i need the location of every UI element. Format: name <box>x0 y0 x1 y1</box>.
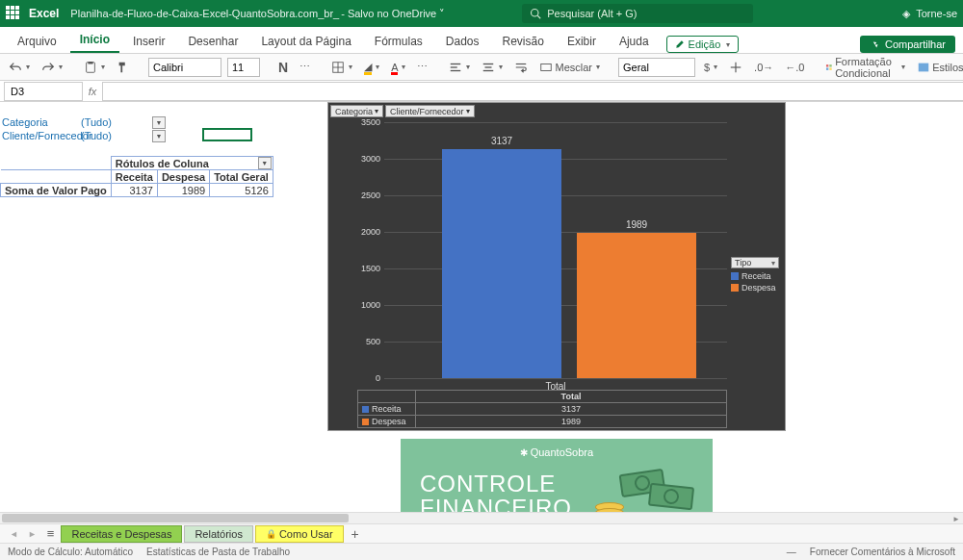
styles-button[interactable]: Estilos▾ <box>914 59 963 76</box>
pivot-column: Despesa <box>157 170 209 184</box>
chart-legend: Tipo▾ ReceitaDespesa <box>731 257 779 294</box>
font-name-select[interactable] <box>148 58 221 77</box>
active-cell-selection[interactable] <box>202 128 252 141</box>
svg-point-0 <box>532 10 539 17</box>
svg-rect-21 <box>919 63 929 71</box>
chart-filter-button[interactable]: Categoria▾ <box>330 105 383 117</box>
chart-data-table: TotalReceita3137Despesa1989 <box>357 390 727 428</box>
paste-button[interactable]: ▾ <box>81 59 108 76</box>
name-box[interactable] <box>4 82 83 101</box>
borders-button[interactable]: ▾ <box>328 59 355 76</box>
pencil-icon <box>675 39 685 49</box>
svg-rect-17 <box>826 64 828 66</box>
chart-filter-button[interactable]: Cliente/Fornecedor▾ <box>385 105 475 117</box>
tab-formulas[interactable]: Fórmulas <box>365 30 432 53</box>
tab-arquivo[interactable]: Arquivo <box>8 30 66 53</box>
editing-mode-button[interactable]: Edição▾ <box>666 36 740 53</box>
formula-bar[interactable] <box>102 82 963 101</box>
worksheet-area[interactable]: Categoria (Tudo) ▼ Cliente/Fornecedor (T… <box>0 102 963 516</box>
title-bar: Excel Planilha-de-Fluxo-de-Caixa-Excel-Q… <box>0 0 963 27</box>
redo-button[interactable]: ▾ <box>39 59 65 76</box>
currency-button[interactable]: $▾ <box>701 60 720 75</box>
chart-legend-title-button[interactable]: Tipo▾ <box>731 257 779 268</box>
premium-icon[interactable]: ◈ <box>902 8 910 20</box>
tab-desenhar[interactable]: Desenhar <box>178 30 247 53</box>
tab-ajuda[interactable]: Ajuda <box>610 30 659 53</box>
wrap-text-button[interactable] <box>511 59 531 76</box>
fx-icon[interactable]: fx <box>83 86 102 97</box>
ribbon-tabs: Arquivo Início Inserir Desenhar Layout d… <box>0 27 963 54</box>
search-input[interactable]: Pesquisar (Alt + G) <box>522 4 753 23</box>
account-link[interactable]: Torne-se <box>916 8 957 19</box>
svg-line-1 <box>538 15 541 18</box>
conditional-formatting-button[interactable]: Formatação Condicional▾ <box>822 54 908 81</box>
pivot-row-label: Soma de Valor Pago <box>1 184 112 197</box>
promo-banner: QuantoSobra CONTROLE FINANCEIRO <box>401 439 713 516</box>
pivot-column: Receita <box>111 170 157 184</box>
tab-inserir[interactable]: Inserir <box>123 30 174 53</box>
svg-rect-18 <box>830 64 832 66</box>
filter-dropdown-icon[interactable]: ▼ <box>152 130 166 142</box>
sheet-tab[interactable]: 🔒Como Usar <box>255 525 344 543</box>
sheet-nav-next[interactable]: ► <box>24 529 40 539</box>
calc-mode-label[interactable]: Modo de Cálculo: Automático <box>8 547 133 557</box>
align-center-button[interactable]: ▾ <box>479 59 506 76</box>
more-font-button[interactable]: ⋯ <box>297 59 313 75</box>
pivot-filter-label: Cliente/Fornecedor <box>0 130 81 141</box>
more-font2-button[interactable]: ⋯ <box>414 59 430 75</box>
pivot-filter-label: Categoria <box>0 116 81 128</box>
format-painter-button[interactable] <box>114 59 133 76</box>
document-name[interactable]: Planilha-de-Fluxo-de-Caixa-Excel-QuantoS… <box>70 8 339 19</box>
feedback-link[interactable]: Fornecer Comentários à Microsoft <box>810 547 955 557</box>
font-size-select[interactable] <box>227 58 260 77</box>
decimal-dec-button[interactable]: ←.0 <box>782 60 807 75</box>
tab-inicio[interactable]: Início <box>70 28 119 53</box>
share-button[interactable]: Compartilhar <box>860 36 955 53</box>
legend-item: Despesa <box>731 283 779 293</box>
pivot-filter-value: (Tudo) <box>81 116 152 128</box>
number-format-select[interactable] <box>618 58 695 77</box>
font-color-button[interactable]: A▾ <box>388 60 408 75</box>
workbook-stats-label[interactable]: Estatísticas de Pasta de Trabalho <box>146 547 290 557</box>
undo-button[interactable]: ▾ <box>6 59 33 76</box>
chart-bar[interactable]: 1989 <box>577 233 696 378</box>
tab-layout[interactable]: Layout da Página <box>251 30 360 53</box>
filter-dropdown-icon[interactable]: ▼ <box>152 116 166 129</box>
pivot-col-header: Rótulos de Coluna <box>116 158 209 169</box>
add-sheet-button[interactable]: + <box>346 524 365 544</box>
scrollbar-thumb[interactable] <box>2 514 349 522</box>
search-icon <box>530 8 541 19</box>
sheet-tab[interactable]: Relatórios <box>184 525 253 543</box>
pivot-value: 1989 <box>157 184 209 197</box>
save-location[interactable]: - Salvo no OneDrive ˅ <box>341 8 445 20</box>
share-icon <box>870 39 880 50</box>
svg-rect-3 <box>88 61 92 64</box>
formula-bar-row: fx <box>0 81 963 102</box>
search-placeholder: Pesquisar (Alt + G) <box>547 8 637 19</box>
banner-title: CONTROLE FINANCEIRO <box>420 471 572 516</box>
sheet-tab-bar: ◄ ► ≡ Receitas e DespesasRelatórios🔒Como… <box>0 523 963 543</box>
pivot-table[interactable]: Rótulos de Coluna▼ Receita Despesa Total… <box>0 156 273 197</box>
money-illustration <box>607 468 703 516</box>
svg-rect-14 <box>541 64 552 70</box>
pivot-chart[interactable]: Categoria▾ Cliente/Fornecedor▾ 050010001… <box>327 102 786 431</box>
percent-button[interactable] <box>726 59 745 76</box>
sheet-nav-prev[interactable]: ◄ <box>6 529 22 539</box>
fill-color-button[interactable]: ◢▾ <box>361 59 382 75</box>
status-bar: Modo de Cálculo: Automático Estatísticas… <box>0 543 963 560</box>
decimal-inc-button[interactable]: .0→ <box>751 60 776 75</box>
svg-rect-20 <box>830 67 832 69</box>
all-sheets-button[interactable]: ≡ <box>42 526 60 541</box>
merge-button[interactable]: Mesclar▾ <box>536 59 603 76</box>
horizontal-scrollbar[interactable]: ◄ ► <box>0 512 963 523</box>
tab-dados[interactable]: Dados <box>436 30 489 53</box>
tab-revisao[interactable]: Revisão <box>493 30 554 53</box>
sheet-tab[interactable]: Receitas e Despesas <box>61 525 182 543</box>
filter-dropdown-icon[interactable]: ▼ <box>258 157 272 169</box>
app-launcher-icon[interactable] <box>6 6 21 21</box>
tab-exibir[interactable]: Exibir <box>558 30 606 53</box>
chart-bar[interactable]: 3137 <box>442 149 561 378</box>
chart-plot-area: 0500100015002000250030003500 Total 31371… <box>357 122 727 392</box>
bold-button[interactable]: N <box>275 60 291 75</box>
align-left-button[interactable]: ▾ <box>446 59 473 76</box>
